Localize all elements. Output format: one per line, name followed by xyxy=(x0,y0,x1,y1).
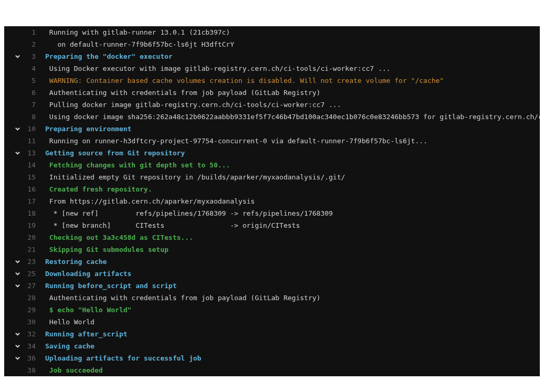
log-line: 11 Running on runner-h3dftcry-project-97… xyxy=(4,135,540,147)
log-section-header[interactable]: 23Restoring cache xyxy=(4,256,540,268)
line-number[interactable]: 11 xyxy=(25,135,36,147)
log-text: Using Docker executor with image gitlab-… xyxy=(40,62,390,75)
line-number[interactable]: 32 xyxy=(25,328,36,340)
log-line: 7 Pulling docker image gitlab-registry.c… xyxy=(4,99,540,111)
log-section-header[interactable]: 25Downloading artifacts xyxy=(4,268,540,280)
log-line: 4 Using Docker executor with image gitla… xyxy=(4,62,540,75)
log-text: Fetching changes with git depth set to 5… xyxy=(40,159,230,171)
log-line: 5 WARNING: Container based cache volumes… xyxy=(4,75,540,87)
chevron-down-icon[interactable] xyxy=(13,257,22,267)
log-text: Preparing the "docker" executor xyxy=(40,50,173,62)
log-text: * [new branch] CITests -> origin/CITests xyxy=(40,219,300,231)
line-number[interactable]: 34 xyxy=(25,340,36,352)
line-number[interactable]: 16 xyxy=(25,183,36,195)
log-line: 17 From https://gitlab.cern.ch/aparker/m… xyxy=(4,195,540,207)
log-text: * [new ref] refs/pipelines/1768309 -> re… xyxy=(40,207,333,219)
line-number[interactable]: 18 xyxy=(25,207,36,219)
log-text: Preparing environment xyxy=(40,123,131,135)
line-number[interactable]: 20 xyxy=(25,231,36,243)
log-section-header[interactable]: 32Running after_script xyxy=(4,328,540,340)
log-text: Restoring cache xyxy=(40,256,107,268)
line-number[interactable]: 10 xyxy=(25,123,36,135)
log-text: Using docker image sha256:262a48c12b0622… xyxy=(40,111,540,123)
line-number[interactable]: 25 xyxy=(25,268,36,280)
log-line: 6 Authenticating with credentials from j… xyxy=(4,87,540,99)
line-number[interactable]: 23 xyxy=(25,256,36,268)
line-number[interactable]: 13 xyxy=(25,147,36,159)
log-text: Job succeeded xyxy=(40,364,103,376)
log-section-header[interactable]: 27Running before_script and script xyxy=(4,280,540,292)
log-line: 30 Hello World xyxy=(4,316,540,328)
log-section-header[interactable]: 10Preparing environment xyxy=(4,123,540,135)
line-number[interactable]: 38 xyxy=(25,364,36,376)
log-line: 19 * [new branch] CITests -> origin/CITe… xyxy=(4,219,540,231)
log-text: Running on runner-h3dftcry-project-97754… xyxy=(40,135,427,147)
log-text: Pulling docker image gitlab-registry.cer… xyxy=(40,99,341,111)
log-line: 15 Initialized empty Git repository in /… xyxy=(4,171,540,183)
log-text: Initialized empty Git repository in /bui… xyxy=(40,171,345,183)
log-section-header[interactable]: 3Preparing the "docker" executor xyxy=(4,50,540,62)
chevron-down-icon[interactable] xyxy=(13,330,22,339)
chevron-down-icon[interactable] xyxy=(13,52,22,61)
line-number[interactable]: 6 xyxy=(25,87,36,99)
line-number[interactable]: 28 xyxy=(25,292,36,304)
log-line: 18 * [new ref] refs/pipelines/1768309 ->… xyxy=(4,207,540,219)
log-line: 14 Fetching changes with git depth set t… xyxy=(4,159,540,171)
line-number[interactable]: 5 xyxy=(25,75,36,87)
log-line: 21 Skipping Git submodules setup xyxy=(4,243,540,256)
line-number[interactable]: 19 xyxy=(25,219,36,231)
chevron-down-icon[interactable] xyxy=(13,124,22,134)
log-line: 28 Authenticating with credentials from … xyxy=(4,292,540,304)
log-text: Created fresh repository. xyxy=(40,183,152,195)
log-text: Downloading artifacts xyxy=(40,268,131,280)
chevron-down-icon[interactable] xyxy=(13,149,22,158)
log-text: $ echo "Hello World" xyxy=(40,304,131,316)
log-text: Uploading artifacts for successful job xyxy=(40,352,201,364)
log-text: Getting source from Git repository xyxy=(40,147,185,159)
log-text: Running before_script and script xyxy=(40,280,176,292)
log-text: on default-runner-7f9b6f57bc-ls6jt H3dft… xyxy=(40,38,234,50)
line-number[interactable]: 30 xyxy=(25,316,36,328)
log-text: From https://gitlab.cern.ch/aparker/myxa… xyxy=(40,195,255,207)
job-log: 1 Running with gitlab-runner 13.0.1 (21c… xyxy=(4,26,540,376)
chevron-down-icon[interactable] xyxy=(13,342,22,351)
log-text: Authenticating with credentials from job… xyxy=(40,292,320,304)
log-line: 16 Created fresh repository. xyxy=(4,183,540,195)
line-number[interactable]: 7 xyxy=(25,99,36,111)
log-section-header[interactable]: 34Saving cache xyxy=(4,340,540,352)
log-line: 20 Checking out 3a3c458d as CITests... xyxy=(4,231,540,243)
log-text: Authenticating with credentials from job… xyxy=(40,87,320,99)
log-text: Running with gitlab-runner 13.0.1 (21cb3… xyxy=(40,26,230,38)
log-line: 1 Running with gitlab-runner 13.0.1 (21c… xyxy=(4,26,540,38)
log-text: Saving cache xyxy=(40,340,95,352)
log-section-header[interactable]: 36Uploading artifacts for successful job xyxy=(4,352,540,364)
line-number[interactable]: 21 xyxy=(25,243,36,256)
log-text: Running after_script xyxy=(40,328,128,340)
log-line: 38 Job succeeded xyxy=(4,364,540,376)
line-number[interactable]: 36 xyxy=(25,352,36,364)
line-number[interactable]: 15 xyxy=(25,171,36,183)
log-text: Skipping Git submodules setup xyxy=(40,243,169,256)
log-text: WARNING: Container based cache volumes c… xyxy=(40,75,444,87)
line-number[interactable]: 1 xyxy=(25,26,36,38)
line-number[interactable]: 29 xyxy=(25,304,36,316)
line-number[interactable]: 3 xyxy=(25,50,36,62)
line-number[interactable]: 2 xyxy=(25,38,36,50)
chevron-down-icon[interactable] xyxy=(13,281,22,291)
line-number[interactable]: 8 xyxy=(25,111,36,123)
line-number[interactable]: 17 xyxy=(25,195,36,207)
chevron-down-icon[interactable] xyxy=(13,354,22,363)
log-line: 29 $ echo "Hello World" xyxy=(4,304,540,316)
log-line: 2 on default-runner-7f9b6f57bc-ls6jt H3d… xyxy=(4,38,540,50)
line-number[interactable]: 14 xyxy=(25,159,36,171)
line-number[interactable]: 27 xyxy=(25,280,36,292)
log-line: 8 Using docker image sha256:262a48c12b06… xyxy=(4,111,540,123)
log-text: Checking out 3a3c458d as CITests... xyxy=(40,231,193,243)
chevron-down-icon[interactable] xyxy=(13,269,22,279)
log-section-header[interactable]: 13Getting source from Git repository xyxy=(4,147,540,159)
log-text: Hello World xyxy=(40,316,95,328)
line-number[interactable]: 4 xyxy=(25,62,36,75)
